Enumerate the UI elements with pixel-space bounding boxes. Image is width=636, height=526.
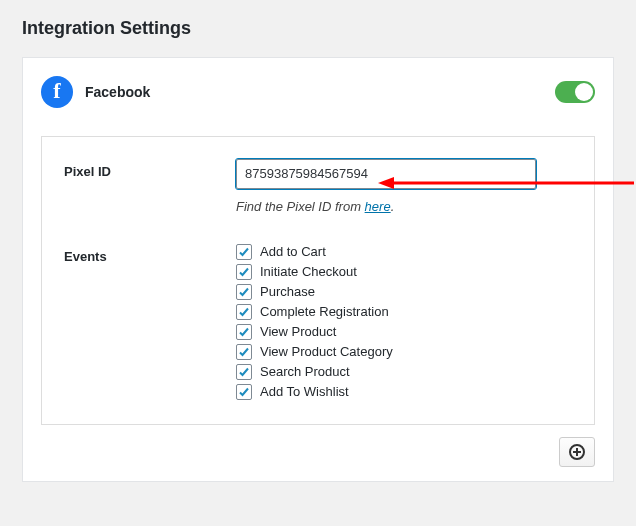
event-item: Add To Wishlist — [236, 384, 572, 400]
pixel-id-help: Find the Pixel ID from here. — [236, 199, 572, 214]
check-icon — [238, 346, 250, 358]
events-label: Events — [64, 244, 236, 264]
event-item: View Product Category — [236, 344, 572, 360]
events-row: Events Add to CartInitiate CheckoutPurch… — [64, 244, 572, 404]
event-item: Purchase — [236, 284, 572, 300]
pixel-id-row: Pixel ID Find the Pixel ID from here. — [64, 159, 572, 214]
event-label: Initiate Checkout — [260, 264, 357, 279]
event-checkbox[interactable] — [236, 284, 252, 300]
pixel-id-help-link[interactable]: here — [365, 199, 391, 214]
event-item: Add to Cart — [236, 244, 572, 260]
integration-panel: f Facebook Pixel ID Find the Pixel ID fr… — [22, 57, 614, 482]
check-icon — [238, 306, 250, 318]
pixel-id-body: Find the Pixel ID from here. — [236, 159, 572, 214]
event-label: View Product — [260, 324, 336, 339]
page-title: Integration Settings — [22, 18, 614, 39]
plus-circle-icon — [569, 444, 585, 460]
event-label: Complete Registration — [260, 304, 389, 319]
help-suffix: . — [391, 199, 395, 214]
integration-name: Facebook — [85, 84, 150, 100]
event-item: View Product — [236, 324, 572, 340]
event-checkbox[interactable] — [236, 304, 252, 320]
panel-header: f Facebook — [41, 76, 595, 108]
check-icon — [238, 286, 250, 298]
event-label: Purchase — [260, 284, 315, 299]
check-icon — [238, 266, 250, 278]
check-icon — [238, 326, 250, 338]
events-body: Add to CartInitiate CheckoutPurchaseComp… — [236, 244, 572, 404]
event-checkbox[interactable] — [236, 244, 252, 260]
event-label: Add to Cart — [260, 244, 326, 259]
add-integration-button[interactable] — [559, 437, 595, 467]
enable-toggle[interactable] — [555, 81, 595, 103]
event-checkbox[interactable] — [236, 324, 252, 340]
pixel-id-label: Pixel ID — [64, 159, 236, 179]
pixel-id-input[interactable] — [236, 159, 536, 189]
event-item: Search Product — [236, 364, 572, 380]
event-checkbox[interactable] — [236, 364, 252, 380]
event-label: Search Product — [260, 364, 350, 379]
event-checkbox[interactable] — [236, 384, 252, 400]
check-icon — [238, 386, 250, 398]
event-item: Complete Registration — [236, 304, 572, 320]
check-icon — [238, 246, 250, 258]
panel-header-left: f Facebook — [41, 76, 150, 108]
event-label: Add To Wishlist — [260, 384, 349, 399]
help-prefix: Find the Pixel ID from — [236, 199, 365, 214]
event-label: View Product Category — [260, 344, 393, 359]
check-icon — [238, 366, 250, 378]
panel-footer — [41, 437, 595, 467]
toggle-knob — [575, 83, 593, 101]
event-checkbox[interactable] — [236, 264, 252, 280]
event-checkbox[interactable] — [236, 344, 252, 360]
settings-box: Pixel ID Find the Pixel ID from here. Ev… — [41, 136, 595, 425]
facebook-icon: f — [41, 76, 73, 108]
event-item: Initiate Checkout — [236, 264, 572, 280]
